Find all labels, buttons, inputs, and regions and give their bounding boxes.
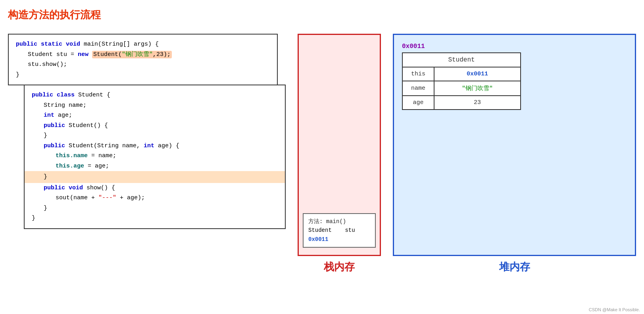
heap-val-this: 0x0011: [434, 67, 521, 81]
main-content: public static void main(String[] args) {…: [8, 34, 636, 274]
frame-var: Student stu 0x0011: [308, 226, 370, 244]
code-class-line-2: String name;: [44, 100, 278, 111]
frame-title: 方法: main(): [308, 217, 370, 226]
stack-frame-main: 方法: main() Student stu 0x0011: [303, 213, 376, 248]
stack-label: 栈内存: [324, 260, 355, 274]
heap-table-header: Student: [402, 53, 521, 67]
code-line-4: }: [16, 70, 270, 80]
code-class-line-3: int age;: [44, 110, 278, 121]
heap-row-age: age 23: [402, 96, 521, 110]
code-class-line-8: this.age = age;: [56, 161, 278, 171]
watermark: CSDN @Make It Possible.: [589, 307, 640, 312]
main-method-box: public static void main(String[] args) {…: [8, 34, 278, 85]
code-class-line-13: }: [32, 213, 278, 223]
heap-label: 堆内存: [499, 260, 530, 274]
heap-address: 0x0011: [402, 43, 627, 50]
heap-row-this: this 0x0011: [402, 67, 521, 81]
code-class-line-5: }: [44, 131, 278, 141]
heap-inner: 0x0011 Student this 0x0011 name "钢门吹雪": [393, 34, 636, 256]
heap-key-name: name: [402, 81, 434, 96]
heap-val-name: "钢门吹雪": [434, 81, 521, 96]
heap-key-age: age: [402, 96, 434, 110]
code-class-line-6: public Student(String name, int age) {: [44, 141, 278, 151]
code-class-line-1: public class Student {: [32, 90, 278, 100]
code-line-1: public static void main(String[] args) {: [16, 39, 270, 50]
page-title: 构造方法的执行流程: [8, 8, 636, 22]
code-line-2: Student stu = new Student("钢门吹雪",23);: [28, 50, 270, 60]
code-class-line-10: public void show() {: [44, 183, 278, 193]
heap-table: Student this 0x0011 name "钢门吹雪" age 23: [402, 52, 521, 110]
heap-val-age: 23: [434, 96, 521, 110]
code-class-line-12: }: [44, 203, 278, 214]
code-class-line-4: public Student() {: [44, 121, 278, 131]
code-class-line-9-highlight: }: [25, 171, 285, 183]
heap-key-this: this: [402, 67, 434, 81]
heap-row-name: name "钢门吹雪": [402, 81, 521, 96]
code-panel: public static void main(String[] args) {…: [8, 34, 286, 229]
heap-memory: 0x0011 Student this 0x0011 name "钢门吹雪": [393, 34, 636, 274]
code-class-line-7: this.name = name;: [56, 151, 278, 161]
code-line-3: stu.show();: [28, 60, 270, 70]
stack-inner: 方法: main() Student stu 0x0011: [298, 34, 381, 256]
code-class-line-11: sout(name + "---" + age);: [56, 193, 278, 203]
student-class-box: public class Student { String name; int …: [24, 85, 286, 229]
stack-memory: 方法: main() Student stu 0x0011 栈内存: [298, 34, 381, 274]
